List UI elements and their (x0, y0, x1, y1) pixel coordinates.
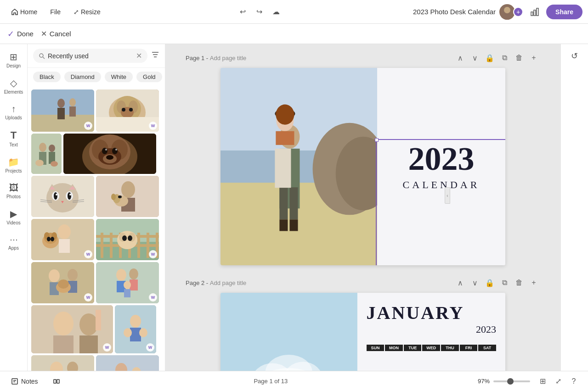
share-button[interactable]: Share (546, 5, 582, 19)
list-item[interactable]: W (31, 89, 94, 132)
page1-photo[interactable] (220, 68, 377, 265)
svg-point-1 (501, 14, 513, 20)
sidebar-item-projects[interactable]: 📁 Projects (2, 153, 26, 177)
svg-rect-154 (54, 380, 56, 383)
search-bar: ✕ (28, 44, 165, 68)
page-1-copy-button[interactable]: ⧉ (498, 51, 511, 64)
page-2-title-input[interactable] (210, 279, 287, 286)
svg-point-67 (111, 194, 116, 200)
done-button[interactable]: ✓ Done (7, 29, 34, 39)
file-button[interactable]: File (45, 6, 66, 18)
save-cloud-button[interactable]: ☁ (269, 5, 283, 19)
list-item[interactable] (96, 176, 159, 217)
right-panel-toggle[interactable]: ‹ (445, 187, 450, 204)
svg-point-40 (112, 148, 118, 154)
sidebar-item-uploads[interactable]: ↑ Uploads (2, 100, 26, 124)
filter-button[interactable] (151, 50, 159, 61)
list-item[interactable]: W (31, 219, 94, 260)
page-1-lock-button[interactable]: 🔒 (483, 51, 496, 64)
sidebar-item-elements[interactable]: ◇ Elements (2, 74, 26, 98)
page-1-down-button[interactable]: ∨ (469, 51, 481, 64)
design-icon: ⊞ (10, 51, 17, 62)
list-item[interactable]: W (115, 305, 156, 353)
sidebar-item-apps[interactable]: ⋯ Apps (2, 231, 26, 254)
list-item[interactable] (31, 355, 94, 371)
cal-sun: SUN (367, 345, 384, 351)
svg-point-104 (129, 268, 138, 279)
redo-button[interactable]: ↪ (252, 5, 267, 19)
grid-view-button[interactable]: ⊞ (536, 374, 549, 388)
calendar-grid: SUN MON TUE WED THU FRI SAT (367, 345, 496, 353)
list-item[interactable]: W (31, 262, 94, 303)
sidebar-item-photos[interactable]: 🖼 Photos (2, 179, 26, 203)
zoom-slider[interactable] (493, 380, 530, 382)
resize-button[interactable]: ⤢ Resize (68, 6, 106, 18)
page-1-more-button[interactable]: + (527, 51, 540, 64)
page-1-title-input[interactable] (210, 55, 287, 61)
page2-month-header: JANUARY 2023 (367, 302, 496, 335)
svg-point-63 (121, 181, 135, 198)
svg-rect-155 (57, 380, 59, 383)
list-item[interactable]: W (96, 262, 159, 303)
canva-badge: W (149, 250, 157, 258)
page-2-down-button[interactable]: ∨ (469, 276, 481, 289)
help-button[interactable]: ? (567, 374, 581, 388)
cal-mon: MON (385, 345, 403, 351)
svg-point-143 (276, 105, 294, 125)
canva-badge: W (103, 343, 111, 352)
list-item[interactable] (31, 134, 62, 174)
page2-photo[interactable] (220, 293, 357, 371)
sidebar-item-design[interactable]: ⊞ Design (2, 48, 26, 72)
page-2-more-button[interactable]: + (527, 276, 540, 289)
svg-point-117 (124, 328, 132, 337)
list-item[interactable]: W (96, 89, 159, 132)
x-icon: ✕ (41, 29, 47, 38)
pill-diamond[interactable]: Diamond (64, 72, 101, 82)
svg-point-41 (105, 149, 107, 151)
list-item[interactable]: W (96, 219, 159, 260)
canva-badge: W (149, 122, 157, 130)
svg-point-109 (53, 312, 74, 335)
sidebar-item-text[interactable]: T Text (2, 126, 26, 151)
fullscreen-button[interactable]: ⤢ (551, 374, 565, 388)
page-2-delete-button[interactable]: 🗑 (513, 276, 526, 289)
notes-button[interactable]: Notes (7, 376, 42, 387)
pill-white[interactable]: White (105, 72, 133, 82)
search-input-wrap[interactable]: ✕ (33, 49, 147, 63)
page-1-up-button[interactable]: ∧ (454, 51, 467, 64)
undo-button[interactable]: ↩ (236, 5, 250, 19)
canvas-page-1[interactable]: 2023 CALENDAR (220, 68, 505, 265)
pill-black[interactable]: Black (33, 72, 61, 82)
apps-icon: ⋯ (10, 235, 18, 245)
elements-icon: ◇ (10, 78, 17, 89)
svg-point-0 (504, 7, 510, 13)
list-item[interactable] (63, 134, 156, 174)
page-indicator-container: Page 1 of 13 (69, 378, 472, 385)
page-2-up-button[interactable]: ∧ (454, 276, 467, 289)
svg-rect-110 (53, 335, 74, 353)
cal-tue: TUE (404, 345, 422, 351)
svg-point-97 (68, 269, 78, 281)
pill-gold[interactable]: Gold (136, 72, 162, 82)
list-item[interactable] (31, 176, 94, 217)
page-2-copy-button[interactable]: ⧉ (498, 276, 511, 289)
show-pages-button[interactable] (49, 376, 64, 387)
svg-point-100 (58, 279, 69, 289)
canvas-page-2[interactable]: JANUARY 2023 SUN MON TUE WED THU FRI (220, 293, 505, 371)
list-item[interactable] (96, 355, 159, 371)
sidebar-item-videos[interactable]: ▶ Videos (2, 205, 26, 229)
page-2-lock-button[interactable]: 🔒 (483, 276, 496, 289)
list-item[interactable]: W (31, 305, 113, 353)
cancel-button[interactable]: ✕ Cancel (41, 29, 71, 38)
search-input[interactable] (48, 52, 133, 60)
add-account-button[interactable]: + (513, 7, 523, 17)
page-1-delete-button[interactable]: 🗑 (513, 51, 526, 64)
clear-search-button[interactable]: ✕ (136, 51, 142, 60)
search-icon (39, 53, 45, 59)
svg-point-70 (58, 224, 71, 239)
cal-wed: WED (422, 345, 440, 351)
home-button[interactable]: Home (6, 6, 43, 18)
analytics-button[interactable] (527, 4, 543, 20)
svg-point-53 (54, 192, 57, 200)
refresh-button[interactable]: ↺ (566, 48, 583, 64)
